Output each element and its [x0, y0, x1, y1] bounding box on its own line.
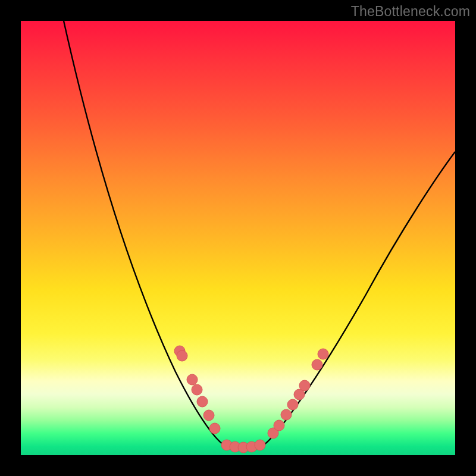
curve-marker: [281, 409, 292, 420]
curve-marker: [209, 423, 220, 434]
curve-marker: [287, 399, 298, 410]
curve-marker: [299, 380, 310, 391]
watermark-text: TheBottleneck.com: [351, 4, 470, 20]
curve-marker: [192, 384, 202, 395]
chart-frame: TheBottleneck.com: [0, 0, 476, 476]
curve-marker: [318, 349, 328, 359]
chart-svg: [21, 21, 455, 455]
curve-marker: [187, 374, 198, 385]
curve-left-path: [64, 21, 226, 446]
curve-marker: [274, 420, 284, 431]
marker-group: [174, 346, 328, 453]
curve-marker: [255, 440, 265, 450]
curve-marker: [197, 396, 208, 407]
curve-marker: [177, 350, 187, 361]
plot-area: [21, 21, 455, 455]
curve-marker: [203, 410, 214, 421]
curve-marker: [312, 359, 322, 370]
